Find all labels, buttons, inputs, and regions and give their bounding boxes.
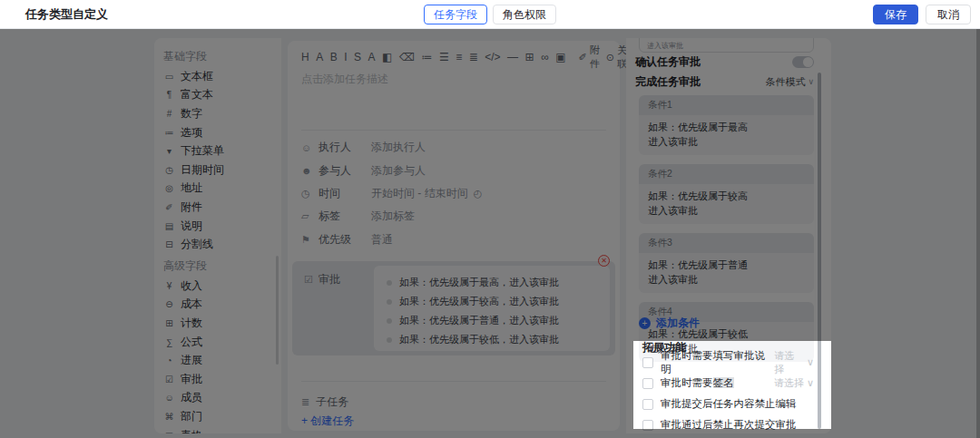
please-select-dropdown[interactable]: 请选择 ∨ [774, 376, 814, 390]
window-edge-shadow [976, 29, 980, 438]
extended-option-row: 审批提交后任务内容禁止编辑 [642, 394, 814, 414]
tab-task-fields[interactable]: 任务字段 [424, 5, 487, 24]
dim-overlay [0, 429, 980, 438]
dim-overlay [831, 341, 980, 429]
chevron-down-icon: ∨ [807, 377, 814, 389]
page-title: 任务类型自定义 [25, 0, 108, 29]
dim-overlay [0, 29, 980, 341]
chevron-down-icon: ∨ [807, 356, 814, 368]
option-label: 审批时需要签名 [661, 376, 734, 390]
option-label-highlight: 签名 [713, 377, 734, 388]
save-button[interactable]: 保存 [873, 5, 918, 24]
tab-group: 任务字段 角色权限 [424, 5, 556, 24]
screen: 任务类型自定义 任务字段 角色权限 保存 取消 基础字段 ▭ 文本框 [0, 0, 980, 438]
option-label: 审批时需要填写审批说明 [661, 349, 774, 376]
please-select-label: 请选择 [774, 349, 804, 376]
header-actions: 保存 取消 [873, 5, 971, 24]
extended-option-row: 审批时需要填写审批说明 请选择 ∨ [642, 352, 814, 373]
cancel-button[interactable]: 取消 [926, 5, 971, 24]
top-bar: 任务类型自定义 任务字段 角色权限 保存 取消 [0, 0, 980, 29]
tab-role-permissions[interactable]: 角色权限 [493, 5, 556, 24]
option-label: 审批提交后任务内容禁止编辑 [661, 397, 797, 411]
checkbox[interactable] [642, 357, 653, 368]
please-select-label: 请选择 [774, 376, 804, 390]
checkbox[interactable] [642, 399, 653, 410]
option-label-text: 审批提交后任务内容禁止编辑 [661, 398, 797, 409]
extended-options-list: 审批时需要填写审批说明 请选择 ∨ 审批时需要签名 请选择 ∨ [642, 352, 814, 433]
extended-option-row: 审批时需要签名 请选择 ∨ [642, 373, 814, 394]
option-label-text: 审批时需要填写审批说明 [661, 350, 765, 375]
option-label-text: 审批时需要 [661, 377, 713, 388]
checkbox[interactable] [642, 378, 653, 389]
please-select-dropdown[interactable]: 请选择 ∨ [774, 349, 814, 376]
dim-overlay [0, 341, 633, 429]
